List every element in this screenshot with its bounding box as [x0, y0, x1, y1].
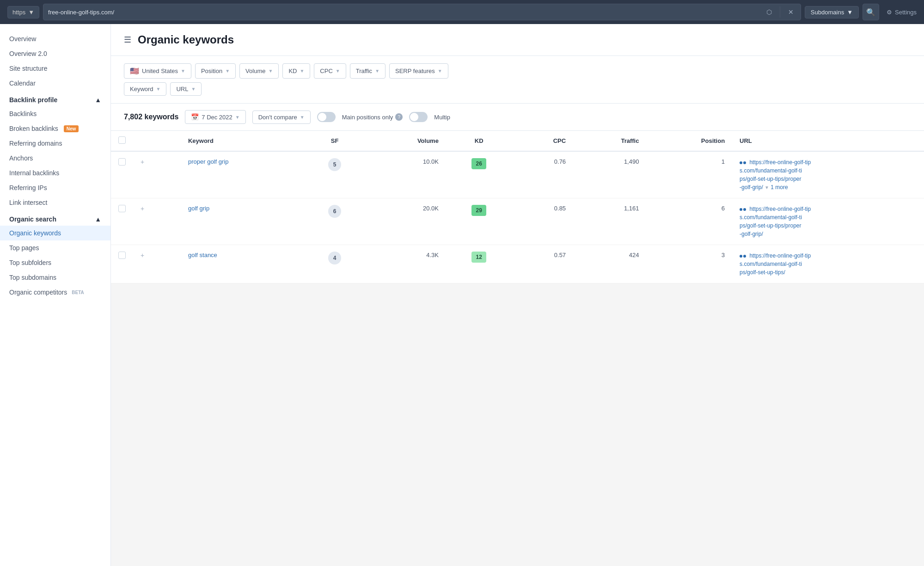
url-cell: https://free-online-golf-tips.com/fundam…: [732, 198, 924, 245]
sf-col-header[interactable]: SF: [304, 131, 366, 151]
multi-toggle[interactable]: [409, 112, 428, 122]
row-checkbox[interactable]: [118, 252, 126, 259]
sidebar-item-backlinks[interactable]: Backlinks: [0, 106, 110, 121]
chevron-down-icon: ▼: [235, 115, 240, 120]
sidebar-item-overview[interactable]: Overview: [0, 31, 110, 46]
sidebar-item-link-intersect[interactable]: Link intersect: [0, 195, 110, 210]
cpc-filter[interactable]: CPC ▼: [314, 63, 346, 79]
position-filter[interactable]: Position ▼: [195, 63, 236, 79]
compare-selector[interactable]: Don't compare ▼: [252, 111, 311, 124]
search-button[interactable]: 🔍: [863, 4, 879, 20]
sidebar-item-top-subfolders[interactable]: Top subfolders: [0, 255, 110, 270]
subdomains-selector[interactable]: Subdomains ▼: [805, 6, 859, 18]
sidebar-item-broken-backlinks[interactable]: Broken backlinks New: [0, 121, 110, 136]
chevron-down-icon: ▼: [156, 86, 161, 92]
expand-row-button[interactable]: +: [141, 205, 144, 212]
keyword-link[interactable]: golf grip: [188, 205, 209, 212]
main-positions-toggle[interactable]: [317, 112, 336, 122]
settings-label: Settings: [895, 9, 917, 16]
sidebar-item-overview2[interactable]: Overview 2.0: [0, 46, 110, 61]
sidebar-item-top-pages[interactable]: Top pages: [0, 240, 110, 255]
traffic-col-header[interactable]: Traffic: [573, 131, 646, 151]
url-link[interactable]: https://free-online-golf-tips.com/fundam…: [740, 206, 811, 237]
volume-col-header[interactable]: Volume: [366, 131, 446, 151]
url-filter[interactable]: URL ▼: [170, 82, 202, 96]
hamburger-icon[interactable]: ☰: [124, 35, 131, 45]
sidebar-item-site-structure[interactable]: Site structure: [0, 61, 110, 76]
app-layout: Overview Overview 2.0 Site structure Cal…: [0, 24, 924, 566]
keyword-link[interactable]: proper golf grip: [188, 158, 228, 165]
calendar-icon: 📅: [191, 113, 199, 121]
keyword-link[interactable]: golf stance: [188, 252, 217, 258]
traffic-filter[interactable]: Traffic ▼: [350, 63, 386, 79]
keywords-count: 7,802 keywords: [124, 113, 178, 121]
sidebar-item-internal-backlinks[interactable]: Internal backlinks: [0, 166, 110, 180]
serp-features-filter[interactable]: SERP features ▼: [389, 63, 448, 79]
sf-cell: 4: [304, 245, 366, 283]
kd-badge: 29: [471, 205, 486, 216]
settings-link[interactable]: ⚙ Settings: [887, 9, 917, 16]
date-picker[interactable]: 📅 7 Dec 2022 ▼: [185, 110, 245, 124]
position-col-header[interactable]: Position: [646, 131, 732, 151]
volume-filter[interactable]: Volume ▼: [239, 63, 279, 79]
filters-area: 🇺🇸 United States ▼ Position ▼ Volume ▼ K…: [111, 56, 924, 104]
url-display[interactable]: free-online-golf-tips.com/: [48, 9, 760, 16]
top-bar: https ▼ free-online-golf-tips.com/ ⬡ ✕ S…: [0, 0, 924, 24]
row-expand-cell: +: [133, 151, 181, 198]
url-icon: [740, 255, 746, 258]
sidebar-item-anchors[interactable]: Anchors: [0, 151, 110, 166]
protocol-arrow: ▼: [28, 9, 34, 16]
sidebar-item-calendar[interactable]: Calendar: [0, 76, 110, 91]
row-checkbox-cell: [111, 151, 133, 198]
sf-badge: 6: [328, 205, 341, 218]
row-checkbox-cell: [111, 198, 133, 245]
row-checkbox[interactable]: [118, 158, 126, 166]
external-link-icon[interactable]: ⬡: [764, 7, 774, 17]
sidebar-item-referring-ips[interactable]: Referring IPs: [0, 180, 110, 195]
protocol-selector[interactable]: https ▼: [7, 6, 39, 18]
more-urls-link[interactable]: 1 more: [771, 184, 788, 191]
url-icon: [740, 161, 746, 164]
url-cell: https://free-online-golf-tips.com/fundam…: [732, 151, 924, 198]
sidebar-item-organic-keywords[interactable]: Organic keywords: [0, 226, 110, 240]
expand-arrow[interactable]: ▼: [765, 185, 769, 190]
keywords-table: Keyword SF Volume KD CPC Traffic Positio…: [111, 131, 924, 283]
table-toolbar: 7,802 keywords 📅 7 Dec 2022 ▼ Don't comp…: [111, 104, 924, 131]
select-all-header[interactable]: [111, 131, 133, 151]
keyword-cell: golf stance: [181, 245, 304, 283]
country-filter[interactable]: 🇺🇸 United States ▼: [124, 63, 191, 79]
kd-cell: 29: [446, 198, 512, 245]
cpc-cell: 0.85: [512, 198, 574, 245]
volume-cell: 10.0K: [366, 151, 446, 198]
close-icon[interactable]: ✕: [786, 7, 796, 17]
sidebar-item-referring-domains[interactable]: Referring domains: [0, 136, 110, 151]
cpc-col-header[interactable]: CPC: [512, 131, 574, 151]
kd-badge: 26: [471, 158, 486, 169]
position-cell: 3: [646, 245, 732, 283]
table-header: Keyword SF Volume KD CPC Traffic Positio…: [111, 131, 924, 151]
url-col-header[interactable]: URL: [732, 131, 924, 151]
expand-row-button[interactable]: +: [141, 252, 144, 259]
sidebar-item-organic-competitors[interactable]: Organic competitors BETA: [0, 285, 110, 300]
expand-col-header: [133, 131, 181, 151]
table-row: + golf grip 6 20.0K 29 0.85 1,161 6 http…: [111, 198, 924, 245]
url-link[interactable]: https://free-online-golf-tips.com/fundam…: [740, 252, 811, 276]
keyword-col-header[interactable]: Keyword: [181, 131, 304, 151]
row-expand-cell: +: [133, 198, 181, 245]
table-row: + golf stance 4 4.3K 12 0.57 424 3 https…: [111, 245, 924, 283]
expand-row-button[interactable]: +: [141, 158, 144, 166]
url-icon: [740, 208, 746, 211]
kd-filter[interactable]: KD ▼: [282, 63, 310, 79]
sidebar-item-top-subdomains[interactable]: Top subdomains: [0, 270, 110, 285]
section-header-organic-search[interactable]: Organic search ▲: [0, 210, 110, 226]
divider: [780, 6, 780, 18]
chevron-down-icon: ▼: [300, 115, 305, 120]
select-all-checkbox[interactable]: [118, 136, 126, 144]
chevron-down-icon: ▼: [438, 68, 442, 74]
row-checkbox[interactable]: [118, 205, 126, 212]
section-header-backlink-profile[interactable]: Backlink profile ▲: [0, 91, 110, 106]
help-icon[interactable]: ?: [395, 113, 403, 121]
chevron-down-icon: ▼: [300, 68, 304, 74]
kd-col-header[interactable]: KD: [446, 131, 512, 151]
keyword-filter[interactable]: Keyword ▼: [124, 82, 166, 96]
